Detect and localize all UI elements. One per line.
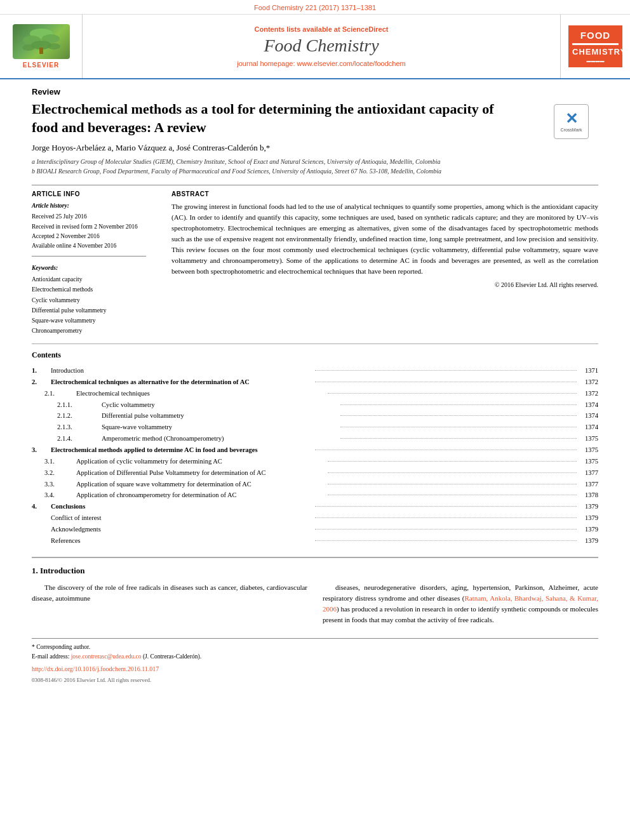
intro-left-para: The discovery of the role of free radica… bbox=[32, 582, 307, 604]
toc-item: 2.1.2. Differential pulse voltammetry 13… bbox=[32, 410, 598, 422]
article-info: ARTICLE INFO Article history: Received 2… bbox=[32, 185, 159, 336]
keyword-5: Square-wave voltammetry bbox=[32, 316, 146, 326]
citation-bar: Food Chemistry 221 (2017) 1371–1381 bbox=[0, 0, 630, 15]
toc-item: Acknowledgments 1379 bbox=[32, 524, 598, 535]
toc-item: Conflict of interest 1379 bbox=[32, 512, 598, 524]
toc-label-3-2: Application of Differential Pulse Voltam… bbox=[76, 467, 325, 479]
toc-label-2-1-3: Square-wave voltammetry bbox=[102, 422, 338, 433]
toc-dots-3-2 bbox=[328, 472, 577, 473]
article-header-text: Electrochemical methods as a tool for de… bbox=[32, 100, 554, 185]
article-title: Electrochemical methods as a tool for de… bbox=[32, 100, 554, 137]
journal-url[interactable]: www.elsevier.com/locate/foodchem bbox=[297, 60, 406, 67]
toc-label-3: Electrochemical methods applied to deter… bbox=[51, 444, 312, 456]
intro-left-col: The discovery of the role of free radica… bbox=[32, 582, 307, 630]
intro-right-para: diseases, neurodegenerative disorders, a… bbox=[323, 582, 598, 625]
keyword-6: Chronoamperometry bbox=[32, 326, 146, 336]
email-address[interactable]: jose.contrerasc@udea.edu.co bbox=[71, 653, 142, 660]
keyword-1: Antioxidant capacity bbox=[32, 274, 146, 284]
affiliation-b: b BIOALI Research Group, Food Department… bbox=[32, 166, 554, 176]
toc-label-ack: Acknowledgments bbox=[51, 524, 312, 535]
footnote-area: * Corresponding author. E-mail address: … bbox=[32, 638, 598, 685]
toc-page-2-1: 1372 bbox=[579, 388, 598, 399]
svg-point-6 bbox=[48, 43, 60, 50]
toc-page-2: 1372 bbox=[579, 377, 598, 388]
toc-page-3-3: 1377 bbox=[579, 479, 598, 490]
affiliations: a Interdisciplinary Group of Molecular S… bbox=[32, 157, 554, 176]
affiliation-a: a Interdisciplinary Group of Molecular S… bbox=[32, 157, 554, 166]
contents-section: Contents 1. Introduction 1371 2. Electro… bbox=[32, 343, 598, 547]
toc-page-2-1-3: 1374 bbox=[579, 422, 598, 433]
elsevier-wordmark: ELSEVIER bbox=[13, 62, 70, 69]
toc-label-ref: References bbox=[51, 535, 312, 547]
food-chemistry-logo-container: FOOD CHEMISTRY ▬▬▬▬ bbox=[560, 15, 630, 78]
svg-rect-4 bbox=[39, 48, 43, 54]
toc-label-1: Introduction bbox=[51, 365, 312, 377]
journal-center: Contents lists available at ScienceDirec… bbox=[83, 15, 560, 78]
toc-label-3-3: Application of square wave voltammetry f… bbox=[76, 479, 325, 490]
crossmark-container[interactable]: ✕ CrossMark bbox=[554, 100, 598, 139]
keywords-label: Keywords: bbox=[32, 263, 146, 273]
history-label: Article history: bbox=[32, 201, 146, 211]
toc-item: 4. Conclusions 1379 bbox=[32, 501, 598, 512]
elsevier-logo: ELSEVIER bbox=[13, 24, 70, 69]
page: Food Chemistry 221 (2017) 1371–1381 bbox=[0, 0, 630, 840]
toc-page-conflict: 1379 bbox=[579, 512, 598, 524]
citation-link[interactable]: Ratnam, Ankola, Bhardwaj, Sahana, & Kuma… bbox=[323, 594, 598, 613]
sciencedirect-brand[interactable]: ScienceDirect bbox=[342, 25, 389, 33]
authors-text: Jorge Hoyos-Arbeláez a, Mario Vázquez a,… bbox=[32, 143, 270, 152]
toc-dots-3-3 bbox=[328, 484, 577, 484]
toc-dots-2-1-3 bbox=[340, 427, 577, 427]
revised-date: Received in revised form 2 November 2016 bbox=[32, 222, 146, 232]
toc-dots-2-1 bbox=[328, 393, 577, 394]
toc-num-3-1: 3.1. bbox=[44, 456, 76, 467]
abstract-label: ABSTRACT bbox=[171, 190, 598, 197]
fc-chem-text: CHEMISTRY bbox=[572, 47, 619, 58]
fc-food-text: FOOD bbox=[572, 29, 619, 42]
toc-dots-ack bbox=[315, 529, 577, 530]
toc-page-2-1-1: 1374 bbox=[579, 399, 598, 411]
intro-right-col: diseases, neurodegenerative disorders, a… bbox=[323, 582, 598, 630]
toc-item: 3. Electrochemical methods applied to de… bbox=[32, 444, 598, 456]
toc-num-3: 3. bbox=[32, 444, 51, 456]
accepted-date: Accepted 2 November 2016 bbox=[32, 232, 146, 241]
toc-num-2-1: 2.1. bbox=[44, 388, 76, 399]
food-chemistry-logo: FOOD CHEMISTRY ▬▬▬▬ bbox=[568, 25, 622, 67]
doi-line[interactable]: http://dx.doi.org/10.1016/j.foodchem.201… bbox=[32, 664, 598, 674]
toc-num-3-3: 3.3. bbox=[44, 479, 76, 490]
toc-item: 3.3. Application of square wave voltamme… bbox=[32, 479, 598, 490]
elsevier-tree-icon bbox=[19, 27, 64, 56]
toc-dots-3-1 bbox=[328, 461, 577, 462]
abstract-text: The growing interest in functional foods… bbox=[171, 201, 598, 277]
toc-label-4: Conclusions bbox=[51, 501, 312, 512]
toc-dots-1 bbox=[315, 370, 577, 371]
crossmark-icon: ✕ bbox=[565, 111, 578, 126]
toc-page-1: 1371 bbox=[579, 365, 598, 377]
toc-dots-ref bbox=[315, 540, 577, 541]
toc-item: 3.1. Application of cyclic voltammetry f… bbox=[32, 456, 598, 467]
abstract-copyright: © 2016 Elsevier Ltd. All rights reserved… bbox=[171, 281, 598, 288]
authors-line: Jorge Hoyos-Arbeláez a, Mario Vázquez a,… bbox=[32, 143, 554, 153]
toc-item: 2.1.4. Amperometric method (Chronoampero… bbox=[32, 433, 598, 444]
corresponding-note: * Corresponding author. bbox=[32, 643, 598, 652]
citation-text: Food Chemistry 221 (2017) 1371–1381 bbox=[254, 4, 376, 11]
toc-page-3: 1375 bbox=[579, 444, 598, 456]
toc-item: 3.2. Application of Differential Pulse V… bbox=[32, 467, 598, 479]
footer-copyright: 0308-8146/© 2016 Elsevier Ltd. All right… bbox=[32, 676, 598, 684]
toc-item: 1. Introduction 1371 bbox=[32, 365, 598, 377]
elsevier-logo-container: ELSEVIER bbox=[0, 15, 83, 78]
toc-dots-conflict bbox=[315, 517, 577, 518]
available-date: Available online 4 November 2016 bbox=[32, 241, 146, 251]
toc-label-2-1: Electrochemical techniques bbox=[76, 388, 325, 399]
article-body: ARTICLE INFO Article history: Received 2… bbox=[32, 185, 598, 336]
email-label: E-mail address: bbox=[32, 653, 69, 660]
toc-label-2-1-1: Cyclic voltammetry bbox=[102, 399, 338, 411]
toc-page-3-4: 1378 bbox=[579, 490, 598, 501]
contents-title: Contents bbox=[32, 350, 598, 360]
article-type-label: Review bbox=[32, 87, 598, 97]
toc-page-3-2: 1377 bbox=[579, 467, 598, 479]
toc-label-conflict: Conflict of interest bbox=[51, 512, 312, 524]
article-header-row: Electrochemical methods as a tool for de… bbox=[32, 100, 598, 185]
journal-header: ELSEVIER Contents lists available at Sci… bbox=[0, 15, 630, 79]
toc-label-3-1: Application of cyclic voltammetry for de… bbox=[76, 456, 325, 467]
article-history: Article history: Received 25 July 2016 R… bbox=[32, 201, 146, 257]
